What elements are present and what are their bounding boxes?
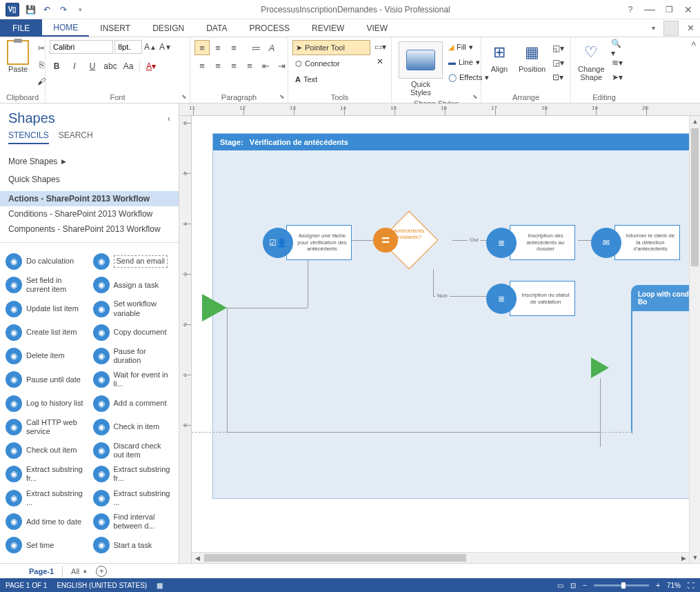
shape-item[interactable]: ◉Add a comment bbox=[90, 393, 177, 414]
align-justify-button[interactable]: ≡ bbox=[242, 58, 257, 73]
shape-item[interactable]: ◉Start a task bbox=[90, 535, 177, 555]
shapes-panel-collapse-icon[interactable]: ‹ bbox=[168, 114, 170, 124]
freeform-tool-button[interactable]: ✕ bbox=[373, 55, 387, 68]
macro-record-icon[interactable]: ▦ bbox=[157, 582, 163, 589]
underline-button[interactable]: U bbox=[86, 59, 99, 73]
zoom-out-button[interactable]: − bbox=[583, 582, 587, 589]
fit-window-icon[interactable]: ⛶ bbox=[688, 582, 694, 589]
horizontal-scrollbar[interactable]: ◀ ▶ bbox=[192, 552, 689, 563]
shape-item[interactable]: ◉Extract substring fr... bbox=[90, 464, 177, 484]
strike-button[interactable]: abc bbox=[103, 59, 117, 73]
vertical-scrollbar[interactable]: ▲ ▼ bbox=[689, 116, 700, 563]
shape-item[interactable]: ◉Call HTTP web service bbox=[3, 417, 89, 437]
clear-format-button[interactable]: A bbox=[264, 40, 279, 55]
connector[interactable] bbox=[600, 378, 601, 447]
more-shapes-button[interactable]: More Shapes ▶ bbox=[0, 148, 179, 170]
increase-indent-button[interactable]: ⇥ bbox=[274, 58, 289, 73]
shape-item[interactable]: ◉Pause for duration bbox=[90, 346, 177, 366]
shape-item[interactable]: ◉Set time bbox=[3, 535, 89, 555]
font-color-button[interactable]: A▾ bbox=[144, 59, 158, 73]
text-tool-button[interactable]: A Text bbox=[292, 72, 370, 87]
scroll-down-icon[interactable]: ▼ bbox=[690, 552, 700, 563]
connector[interactable] bbox=[433, 269, 434, 297]
decrease-font-icon[interactable]: A▼ bbox=[159, 40, 172, 54]
quick-styles-button[interactable]: Quick Styles bbox=[396, 40, 446, 98]
shape-item[interactable]: ◉Copy document bbox=[90, 322, 177, 343]
pointer-tool-button[interactable]: ➤ Pointer Tool bbox=[292, 40, 370, 55]
save-icon[interactable]: 💾 bbox=[25, 4, 36, 15]
layers-icon[interactable]: ≋▾ bbox=[610, 56, 624, 70]
fit-page-icon[interactable]: ⊡ bbox=[570, 582, 576, 589]
zoom-slider[interactable] bbox=[594, 584, 649, 586]
shape-item[interactable]: ◉Check in item bbox=[90, 417, 177, 437]
qat-customize-icon[interactable]: ▾ bbox=[74, 4, 86, 15]
shape-item[interactable]: ◉Discard check out item bbox=[90, 440, 177, 461]
tab-process[interactable]: PROCESS bbox=[238, 19, 301, 37]
find-icon[interactable]: 🔍▾ bbox=[610, 41, 624, 55]
align-button[interactable]: ⊞ Align bbox=[486, 40, 513, 75]
shape-item[interactable]: ◉Wait for event in li... bbox=[90, 369, 177, 390]
zoom-level[interactable]: 71% bbox=[667, 582, 681, 589]
connector[interactable] bbox=[263, 308, 308, 308]
send-back-icon[interactable]: ◲▾ bbox=[551, 56, 565, 70]
stencil-conditions[interactable]: Conditions - SharePoint 2013 Workflow bbox=[0, 206, 179, 221]
task-inscription-dossier[interactable]: ≣ Inscription des antécédents au dossier bbox=[486, 225, 575, 260]
connector[interactable] bbox=[227, 432, 600, 433]
paste-button[interactable]: Paste bbox=[4, 40, 32, 75]
avatar[interactable] bbox=[663, 21, 679, 36]
shape-item[interactable]: ◉Delete item bbox=[3, 346, 89, 366]
font-size-input[interactable] bbox=[114, 40, 142, 54]
shape-item[interactable]: ◉Set field in current item bbox=[3, 275, 89, 295]
tab-design[interactable]: DESIGN bbox=[141, 19, 195, 37]
shape-item[interactable]: ◉Extract substring ... bbox=[90, 488, 177, 509]
bullets-button[interactable]: ≔ bbox=[248, 40, 263, 55]
paragraph-dialog-launcher-icon[interactable]: ⬊ bbox=[279, 93, 285, 100]
stage-container[interactable]: Stage: Vérification de antécédents bbox=[212, 133, 700, 499]
bold-button[interactable]: B bbox=[50, 59, 63, 73]
select-icon[interactable]: ➤▾ bbox=[610, 70, 624, 84]
task-assign[interactable]: ☑👤 Assigner une tâche pour vérification … bbox=[263, 225, 352, 260]
align-center-button[interactable]: ≡ bbox=[210, 58, 226, 73]
align-top-button[interactable]: ≡ bbox=[194, 40, 210, 55]
quick-shapes-button[interactable]: Quick Shapes bbox=[0, 170, 179, 188]
rectangle-tool-button[interactable]: ▭▾ bbox=[373, 40, 387, 54]
connector[interactable] bbox=[227, 308, 263, 308]
page-tab-1[interactable]: Page-1 bbox=[21, 566, 63, 577]
undo-icon[interactable]: ↶ bbox=[41, 4, 52, 15]
shape-item[interactable]: ◉Create list item bbox=[3, 322, 89, 343]
page-tab-all[interactable]: All ▲ bbox=[71, 567, 88, 575]
shape-item[interactable]: ◉Find interval between d... bbox=[90, 511, 177, 532]
tab-file[interactable]: FILE bbox=[0, 19, 42, 37]
increase-font-icon[interactable]: A▲ bbox=[143, 40, 157, 54]
connector[interactable] bbox=[308, 255, 308, 308]
shape-styles-dialog-launcher-icon[interactable]: ⬊ bbox=[472, 93, 478, 100]
collapse-ribbon-icon[interactable]: ^ bbox=[687, 37, 700, 103]
shape-item[interactable]: ◉Do calculation bbox=[3, 251, 89, 272]
shape-item[interactable]: ◉Update list item bbox=[3, 298, 89, 319]
tab-data[interactable]: DATA bbox=[195, 19, 238, 37]
position-button[interactable]: ▦ Position bbox=[516, 40, 548, 75]
tab-view[interactable]: VIEW bbox=[355, 19, 399, 37]
minimize-icon[interactable]: — bbox=[645, 5, 654, 14]
shape-item[interactable]: ◉Log to history list bbox=[3, 393, 89, 414]
restore-icon[interactable]: ❐ bbox=[664, 5, 674, 14]
change-shape-button[interactable]: ♡ Change Shape bbox=[575, 40, 608, 83]
bring-front-icon[interactable]: ◱▾ bbox=[551, 41, 565, 55]
scroll-left-icon[interactable]: ◀ bbox=[192, 553, 203, 563]
shape-item[interactable]: ◉Assign a task bbox=[90, 275, 177, 295]
tab-review[interactable]: REVIEW bbox=[301, 19, 355, 37]
task-informer[interactable]: ✉ Informer le client de la détection d'a… bbox=[591, 225, 680, 260]
font-name-input[interactable] bbox=[50, 40, 113, 54]
add-page-button[interactable]: + bbox=[96, 566, 107, 577]
shape-item[interactable]: ◉Extract substring ... bbox=[3, 488, 89, 509]
start-shape[interactable] bbox=[202, 294, 227, 322]
shape-item[interactable]: ◉Check out item bbox=[3, 440, 89, 461]
ribbon-close-icon[interactable]: ✕ bbox=[687, 23, 694, 33]
tab-search[interactable]: SEARCH bbox=[59, 130, 93, 144]
font-dialog-launcher-icon[interactable]: ⬊ bbox=[181, 93, 187, 100]
zoom-in-button[interactable]: + bbox=[656, 582, 660, 589]
connector[interactable] bbox=[227, 308, 228, 432]
align-right-button[interactable]: ≡ bbox=[226, 58, 241, 73]
scroll-up-icon[interactable]: ▲ bbox=[690, 116, 700, 127]
close-icon[interactable]: ✕ bbox=[683, 5, 693, 14]
